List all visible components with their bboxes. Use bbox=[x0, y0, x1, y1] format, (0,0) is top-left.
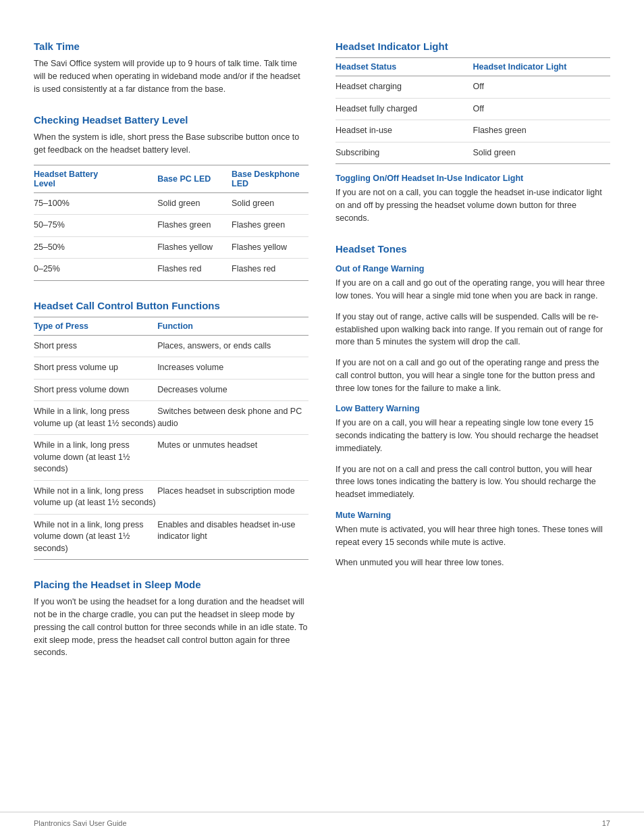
call-control-table: Type of Press Function Short pressPlaces… bbox=[34, 317, 308, 561]
call-control-section: Headset Call Control Button Functions Ty… bbox=[34, 300, 308, 561]
table-row: 75–100%Solid greenSolid green bbox=[34, 192, 308, 215]
table-row: SubscribingSolid green bbox=[336, 142, 610, 164]
headset-indicator-section: Headset Indicator Light Headset Status H… bbox=[336, 41, 610, 224]
table-row: While in a link, long press volume up (a… bbox=[34, 401, 308, 435]
paragraph: If you are on a call and go out of the o… bbox=[336, 277, 610, 303]
basedsk-col-header: Base DeskphoneLED bbox=[232, 165, 308, 192]
out-of-range-title: Out of Range Warning bbox=[336, 264, 610, 273]
table-row: While not in a link, long press volume d… bbox=[34, 514, 308, 560]
sleep-mode-section: Placing the Headset in Sleep Mode If you… bbox=[34, 579, 308, 659]
battery-level-table: Headset BatteryLevel Base PC LED Base De… bbox=[34, 165, 308, 281]
footer-right: 17 bbox=[602, 819, 610, 827]
call-control-title: Headset Call Control Button Functions bbox=[34, 300, 308, 311]
paragraph: If you stay out of range, active calls w… bbox=[336, 311, 610, 348]
left-column: Talk Time The Savi Office system will pr… bbox=[34, 41, 308, 678]
out-of-range-paragraphs: If you are on a call and go out of the o… bbox=[336, 277, 610, 394]
status-col-header: Headset Status bbox=[336, 58, 473, 76]
sleep-mode-text: If you won't be using the headset for a … bbox=[34, 596, 308, 659]
paragraph: When unmuted you will hear three low ton… bbox=[336, 556, 610, 569]
battery-level-title: Checking Headset Battery Level bbox=[34, 114, 308, 126]
paragraph: If you are on a call, you will hear a re… bbox=[336, 417, 610, 454]
low-battery-title: Low Battery Warning bbox=[336, 404, 610, 413]
battery-level-text: When the system is idle, short press the… bbox=[34, 131, 308, 157]
table-row: While in a link, long press volume down … bbox=[34, 435, 308, 481]
talk-time-title: Talk Time bbox=[34, 41, 308, 52]
headset-tones-section: Headset Tones Out of Range Warning If yo… bbox=[336, 243, 610, 569]
toggling-title: Toggling On/Off Headset In-Use Indicator… bbox=[336, 174, 610, 183]
table-row: Headset fully chargedOff bbox=[336, 98, 610, 120]
low-battery-paragraphs: If you are on a call, you will hear a re… bbox=[336, 417, 610, 501]
table-row: Short press volume downDecreases volume bbox=[34, 379, 308, 401]
basepc-col-header: Base PC LED bbox=[157, 165, 232, 192]
mute-warning-title: Mute Warning bbox=[336, 511, 610, 520]
talk-time-text: The Savi Office system will provide up t… bbox=[34, 57, 308, 95]
talk-time-section: Talk Time The Savi Office system will pr… bbox=[34, 41, 308, 95]
table-row: 50–75%Flashes greenFlashes green bbox=[34, 215, 308, 237]
table-row: While not in a link, long press volume u… bbox=[34, 480, 308, 514]
table-row: Headset in-useFlashes green bbox=[336, 120, 610, 142]
paragraph: If you are not on a call and go out of t… bbox=[336, 357, 610, 394]
right-column: Headset Indicator Light Headset Status H… bbox=[336, 41, 610, 678]
battery-level-section: Checking Headset Battery Level When the … bbox=[34, 114, 308, 281]
light-col-header: Headset Indicator Light bbox=[473, 58, 611, 76]
footer: Plantronics Savi User Guide 17 bbox=[0, 812, 644, 834]
table-row: Short press volume upIncreases volume bbox=[34, 357, 308, 380]
press-col-header: Type of Press bbox=[34, 317, 157, 335]
paragraph: If you are not on a call and press the c… bbox=[336, 463, 610, 501]
paragraph: When mute is activated, you will hear th… bbox=[336, 523, 610, 549]
headset-indicator-title: Headset Indicator Light bbox=[336, 41, 610, 52]
sleep-mode-title: Placing the Headset in Sleep Mode bbox=[34, 579, 308, 590]
table-row: 25–50%Flashes yellowFlashes yellow bbox=[34, 236, 308, 259]
mute-warning-paragraphs: When mute is activated, you will hear th… bbox=[336, 523, 610, 569]
headset-tones-title: Headset Tones bbox=[336, 243, 610, 255]
table-row: Headset chargingOff bbox=[336, 76, 610, 99]
table-row: 0–25%Flashes redFlashes red bbox=[34, 259, 308, 281]
table-row: Short pressPlaces, answers, or ends call… bbox=[34, 335, 308, 357]
footer-left: Plantronics Savi User Guide bbox=[34, 819, 127, 827]
toggling-text: If you are not on a call, you can toggle… bbox=[336, 186, 610, 224]
battery-col-header: Headset BatteryLevel bbox=[34, 165, 157, 192]
headset-indicator-table: Headset Status Headset Indicator Light H… bbox=[336, 57, 610, 164]
func-col-header: Function bbox=[157, 317, 308, 335]
